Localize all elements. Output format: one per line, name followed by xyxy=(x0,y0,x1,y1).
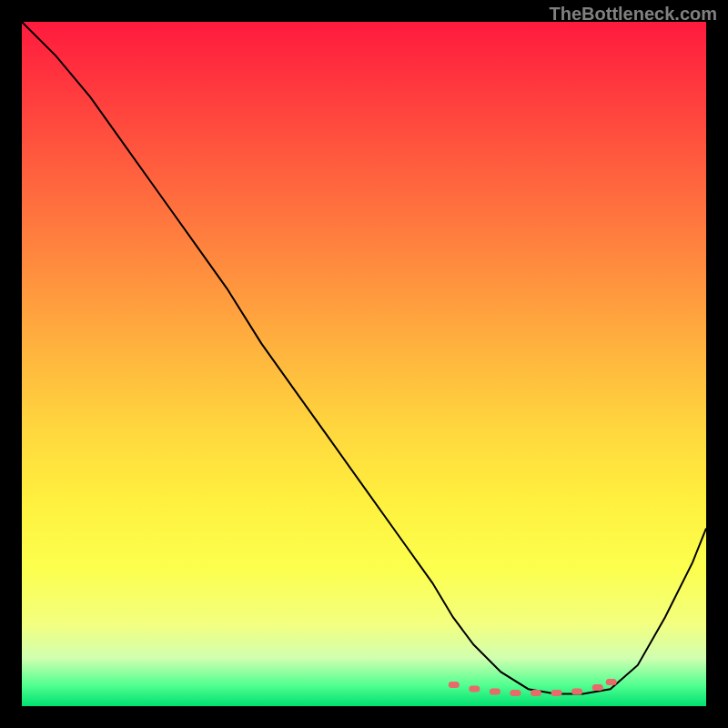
marker-dot xyxy=(606,679,617,685)
marker-dot xyxy=(469,685,480,692)
marker-dot xyxy=(531,690,541,696)
plot-area xyxy=(22,22,706,706)
marker-dot xyxy=(510,690,521,696)
marker-dot xyxy=(490,689,500,695)
curve-markers xyxy=(449,679,617,696)
marker-dot xyxy=(592,684,603,691)
marker-dot xyxy=(551,690,562,696)
marker-dot xyxy=(449,682,460,688)
watermark-text: TheBottleneck.com xyxy=(550,4,717,25)
marker-dot xyxy=(571,689,582,695)
chart-svg xyxy=(22,22,706,706)
bottleneck-curve-line xyxy=(22,22,706,694)
